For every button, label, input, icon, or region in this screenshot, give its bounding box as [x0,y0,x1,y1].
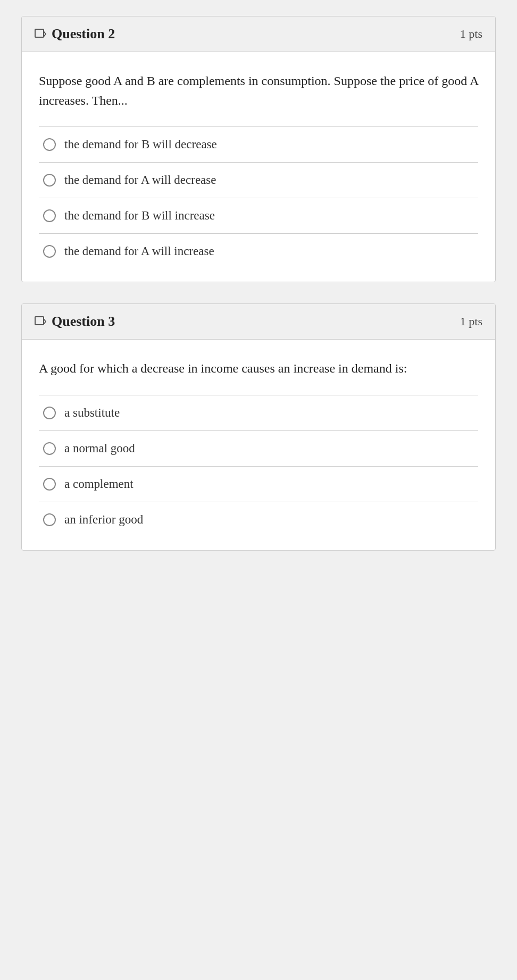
option-label-q3-1: a substitute [64,406,120,420]
svg-rect-0 [35,29,44,37]
radio-q2-4[interactable] [43,245,56,258]
question-2-text: Suppose good A and B are complements in … [39,71,478,111]
question-2-header: Question 2 1 pts [22,16,495,52]
question-2-option-1[interactable]: the demand for B will decrease [39,127,478,163]
question-2-icon [35,29,46,39]
question-2-option-3[interactable]: the demand for B will increase [39,198,478,234]
question-2-option-2[interactable]: the demand for A will decrease [39,163,478,198]
radio-q2-3[interactable] [43,209,56,222]
question-2-options-list: the demand for B will decrease the deman… [39,126,478,269]
radio-q3-2[interactable] [43,442,56,455]
radio-q3-3[interactable] [43,478,56,491]
option-label-q2-3: the demand for B will increase [64,209,215,223]
question-2-pts: 1 pts [460,27,482,41]
svg-rect-1 [35,317,44,325]
option-label-q3-2: a normal good [64,442,135,455]
question-2-card: Question 2 1 pts Suppose good A and B ar… [21,16,496,282]
question-2-title-group: Question 2 [35,26,115,42]
option-label-q2-4: the demand for A will increase [64,244,214,258]
radio-q2-1[interactable] [43,138,56,151]
radio-q3-1[interactable] [43,407,56,419]
question-3-option-3[interactable]: a complement [39,467,478,502]
option-label-q3-4: an inferior good [64,513,143,527]
radio-q2-2[interactable] [43,174,56,187]
question-2-title: Question 2 [52,26,115,42]
question-3-option-1[interactable]: a substitute [39,395,478,431]
question-3-option-2[interactable]: a normal good [39,431,478,467]
question-3-pts: 1 pts [460,315,482,328]
option-label-q3-3: a complement [64,477,134,491]
radio-q3-4[interactable] [43,513,56,526]
question-3-icon [35,316,46,327]
question-3-options-list: a substitute a normal good a complement … [39,395,478,537]
question-2-option-4[interactable]: the demand for A will increase [39,234,478,269]
question-3-text: A good for which a decrease in income ca… [39,359,478,378]
question-3-title-group: Question 3 [35,314,115,330]
question-3-title: Question 3 [52,314,115,330]
question-3-option-4[interactable]: an inferior good [39,502,478,537]
question-3-card: Question 3 1 pts A good for which a decr… [21,303,496,550]
option-label-q2-1: the demand for B will decrease [64,138,217,151]
question-2-body: Suppose good A and B are complements in … [22,52,495,282]
question-3-header: Question 3 1 pts [22,304,495,340]
question-3-body: A good for which a decrease in income ca… [22,340,495,550]
option-label-q2-2: the demand for A will decrease [64,173,216,187]
